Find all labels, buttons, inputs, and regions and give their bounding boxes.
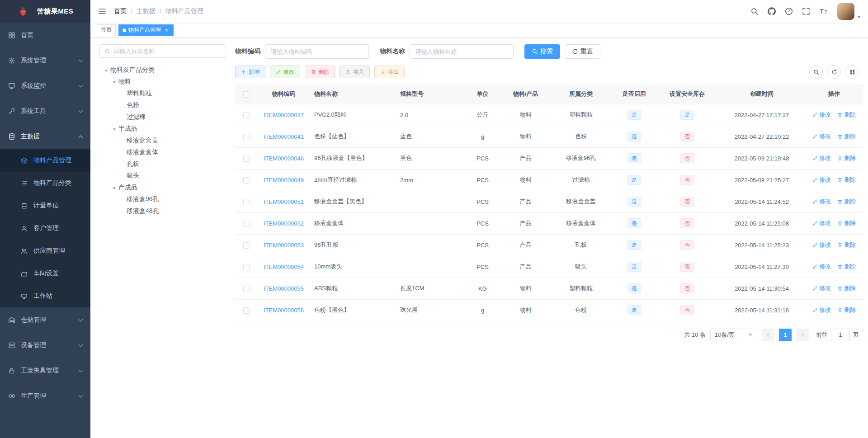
help-icon[interactable]: ? [785, 7, 793, 15]
row-checkbox[interactable] [243, 264, 250, 270]
row-edit-link[interactable]: 修改 [812, 241, 831, 249]
edit-button[interactable]: 修改 [270, 66, 300, 78]
sidebar-subitem[interactable]: 物料产品管理 [0, 149, 90, 172]
tree-node[interactable]: 移液盒96孔 [99, 193, 226, 205]
column-settings-button[interactable] [845, 65, 859, 79]
row-edit-link[interactable]: 修改 [812, 284, 831, 292]
row-edit-link[interactable]: 修改 [812, 198, 831, 206]
toggle-search-button[interactable] [809, 65, 823, 79]
select-all-checkbox[interactable] [243, 91, 250, 98]
tree-node[interactable]: ▾物料及产品分类 [99, 64, 226, 76]
row-checkbox[interactable] [243, 242, 250, 249]
item-code-link[interactable]: ITEM00000054 [264, 264, 304, 270]
row-delete-link[interactable]: 删除 [837, 306, 856, 314]
item-code-link[interactable]: ITEM00000049 [264, 177, 304, 184]
item-code-link[interactable]: ITEM00000055 [264, 285, 304, 292]
row-edit-link[interactable]: 修改 [812, 154, 831, 162]
row-checkbox[interactable] [243, 221, 250, 227]
refresh-button[interactable] [827, 65, 841, 79]
row-checkbox[interactable] [243, 307, 250, 314]
code-filter-input[interactable] [265, 44, 369, 59]
row-delete-link[interactable]: 删除 [837, 263, 856, 271]
row-delete-link[interactable]: 删除 [837, 198, 856, 206]
sidebar-item[interactable]: 首页 [0, 23, 90, 48]
sidebar-item[interactable]: 设备管理 [0, 333, 90, 358]
page-number-button[interactable]: 1 [779, 329, 792, 341]
hamburger-icon[interactable] [90, 0, 114, 23]
breadcrumb-item[interactable]: 主数据 [137, 7, 156, 15]
row-edit-link[interactable]: 修改 [812, 306, 831, 314]
tree-node[interactable]: 过滤棉 [99, 111, 226, 123]
sidebar-item[interactable]: 生产管理 [0, 383, 90, 409]
row-delete-link[interactable]: 删除 [837, 111, 856, 119]
row-delete-link[interactable]: 删除 [837, 176, 856, 184]
item-code-link[interactable]: ITEM00000037 [264, 112, 304, 118]
row-delete-link[interactable]: 删除 [837, 219, 856, 227]
sidebar-subitem[interactable]: 供应商管理 [0, 240, 90, 262]
sidebar-subitem[interactable]: 车间设置 [0, 262, 90, 285]
tree-node[interactable]: ▾物料 [99, 76, 226, 88]
delete-button[interactable]: 删除 [305, 66, 335, 78]
row-edit-link[interactable]: 修改 [812, 219, 831, 227]
breadcrumb-item[interactable]: 首页 [114, 7, 127, 15]
app-logo[interactable]: 苦糖果MES [0, 0, 90, 23]
view-tab[interactable]: 物料产品管理× [118, 24, 174, 36]
row-delete-link[interactable]: 删除 [837, 132, 856, 141]
row-edit-link[interactable]: 修改 [812, 111, 831, 119]
search-icon[interactable] [750, 7, 759, 15]
tree-node[interactable]: ▾产成品 [99, 182, 226, 193]
category-search-input[interactable] [113, 48, 221, 55]
goto-page-input[interactable] [831, 329, 850, 341]
row-delete-link[interactable]: 删除 [837, 154, 856, 162]
sidebar-item[interactable]: 主数据 [0, 124, 90, 149]
sidebar-item[interactable]: 工装夹具管理 [0, 358, 90, 383]
item-code-link[interactable]: ITEM00000046 [264, 155, 304, 162]
sidebar-item[interactable]: 系统工具 [0, 99, 90, 124]
tree-node[interactable]: ▾半成品 [99, 123, 226, 135]
tree-node[interactable]: 色粉 [99, 99, 226, 111]
add-button[interactable]: 新增 [235, 66, 265, 78]
row-edit-link[interactable]: 修改 [812, 132, 831, 141]
row-checkbox[interactable] [243, 112, 250, 118]
github-icon[interactable] [768, 7, 776, 15]
item-code-link[interactable]: ITEM00000052 [264, 220, 304, 227]
row-delete-link[interactable]: 删除 [837, 284, 856, 292]
export-button[interactable]: 导出 [374, 66, 405, 78]
tree-node[interactable]: 吸头 [99, 170, 226, 182]
user-menu[interactable] [837, 3, 861, 20]
fullscreen-icon[interactable] [802, 7, 810, 15]
next-page-button[interactable] [796, 329, 809, 341]
row-checkbox[interactable] [243, 134, 250, 140]
row-edit-link[interactable]: 修改 [812, 176, 831, 184]
tree-node[interactable]: 移液盒盒盖 [99, 135, 226, 146]
item-code-link[interactable]: ITEM00000053 [264, 242, 304, 249]
tree-node[interactable]: 移液盒48孔 [99, 205, 226, 217]
row-edit-link[interactable]: 修改 [812, 263, 831, 271]
tree-node[interactable]: 移液盒盒体 [99, 146, 226, 158]
prev-page-button[interactable] [762, 329, 774, 341]
tree-node[interactable]: 孔板 [99, 158, 226, 170]
item-code-link[interactable]: ITEM00000041 [264, 133, 304, 140]
sidebar-item[interactable]: 仓储管理 [0, 307, 90, 333]
sidebar-subitem[interactable]: 物料产品分类 [0, 172, 90, 194]
row-checkbox[interactable] [243, 155, 250, 162]
tab-close-icon[interactable]: × [163, 27, 170, 33]
page-size-select[interactable]: 10条/页 [710, 329, 757, 341]
row-delete-link[interactable]: 删除 [837, 241, 856, 249]
search-button[interactable]: 搜索 [524, 44, 560, 59]
sidebar-item[interactable]: 系统监控 [0, 73, 90, 99]
sidebar-item[interactable]: 系统管理 [0, 48, 90, 73]
sidebar-subitem[interactable]: 计量单位 [0, 194, 90, 217]
view-tab[interactable]: 首页 [97, 24, 116, 36]
row-checkbox[interactable] [243, 286, 250, 292]
import-button[interactable]: 导入 [340, 66, 370, 78]
row-checkbox[interactable] [243, 177, 250, 184]
reset-button[interactable]: 重置 [565, 44, 600, 59]
item-code-link[interactable]: ITEM00000056 [264, 307, 304, 314]
sidebar-subitem[interactable]: 客户管理 [0, 217, 90, 240]
item-code-link[interactable]: ITEM00000051 [264, 198, 304, 205]
sidebar-subitem[interactable]: 工作站 [0, 285, 90, 307]
font-size-icon[interactable]: TT [819, 8, 828, 15]
tree-node[interactable]: 塑料颗粒 [99, 88, 226, 99]
name-filter-input[interactable] [410, 44, 514, 59]
